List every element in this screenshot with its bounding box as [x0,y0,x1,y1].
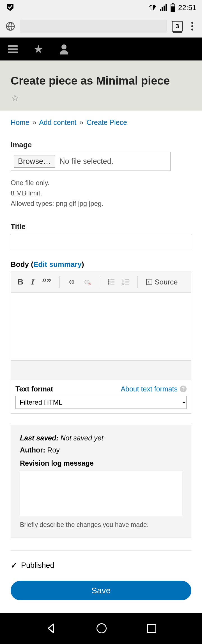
battery-icon [170,3,175,12]
svg-point-15 [108,283,109,285]
breadcrumb-home[interactable]: Home [11,118,29,126]
edit-summary-link[interactable]: Edit summary [33,260,82,269]
author-value: Roy [47,446,59,454]
about-text-formats-label: About text formats [121,385,178,393]
toolbar-separator [99,276,99,288]
toolbar-separator [59,276,60,288]
save-button[interactable]: Save [11,581,191,600]
text-format-row: Text format About text formats ? [11,380,191,396]
svg-point-14 [108,281,109,283]
check-icon: ✓ [11,561,17,570]
help-icon: ? [180,386,187,392]
title-input[interactable] [11,234,191,249]
cell-signal-icon [160,4,167,11]
title-field-label: Title [11,222,191,231]
numbered-list-button[interactable]: 123 [121,279,131,285]
breadcrumb-sep: » [80,118,84,126]
android-status-bar: 22:51 [0,0,202,15]
hamburger-icon[interactable] [8,45,18,53]
constraint-line: 8 MB limit. [11,188,191,198]
body-field-label: Body (Edit summary) [11,260,191,269]
bulleted-list-button[interactable] [106,279,116,285]
address-bar[interactable] [20,20,167,33]
last-saved-key: Last saved: [20,434,59,442]
back-button[interactable] [46,623,56,633]
bold-button[interactable]: B [16,277,25,286]
last-saved-value: Not saved yet [61,434,104,442]
star-icon[interactable]: ★ [33,43,43,55]
editor-toolbar: B I ”” 123 Source [11,272,191,293]
svg-rect-3 [166,4,167,11]
favorite-star-icon[interactable]: ☆ [11,92,19,103]
globe-icon[interactable] [6,22,15,31]
source-button-label: Source [155,278,178,286]
breadcrumb-create-piece[interactable]: Create Piece [86,118,127,126]
italic-button[interactable]: I [29,277,36,286]
wifi-icon [148,4,157,11]
author-key: Author: [20,446,45,454]
main-content: Home » Add content » Create Piece Image … [0,111,202,614]
revision-log-label: Revision log message [20,459,182,467]
upload-constraints: One file only. 8 MB limit. Allowed types… [11,178,191,209]
published-label: Published [21,561,54,570]
svg-rect-6 [171,6,175,12]
unlink-button[interactable] [82,279,92,285]
page-title: Create piece as Minimal piece [11,74,191,87]
page-header: Create piece as Minimal piece ☆ [0,60,202,111]
body-label-prefix: Body ( [11,260,33,269]
svg-text:3: 3 [122,283,124,285]
app-top-bar: ★ [0,38,202,60]
svg-rect-0 [160,9,161,11]
browser-chrome: 3 [0,15,202,38]
breadcrumb-sep: » [33,118,36,126]
svg-point-10 [61,45,66,50]
recents-button[interactable] [147,624,156,633]
body-textarea[interactable] [11,293,191,360]
svg-rect-2 [164,6,165,11]
file-status-text: No file selected. [59,157,113,166]
link-button[interactable] [66,279,77,285]
constraint-line: Allowed types: png gif jpg jpeg. [11,198,191,209]
tab-count-button[interactable]: 3 [172,21,183,32]
browser-menu-icon[interactable] [188,21,196,32]
blockquote-button[interactable]: ”” [40,277,53,287]
toolbar-separator [137,276,138,288]
revision-info-box: Last saved: Not saved yet Author: Roy Re… [11,425,191,538]
app-badge-icon [6,3,15,12]
editor-status-bar [11,360,191,380]
image-field-label: Image [11,141,191,149]
source-button[interactable]: Source [144,278,179,286]
revision-log-textarea[interactable] [20,471,182,516]
revision-log-help: Briefly describe the changes you have ma… [20,521,182,529]
text-format-select[interactable]: Filtered HTML [15,396,187,409]
android-nav-bar [0,613,202,644]
breadcrumb-add-content[interactable]: Add content [39,118,76,126]
browse-button[interactable]: Browse… [14,155,55,168]
about-text-formats-link[interactable]: About text formats ? [121,385,187,393]
status-time: 22:51 [178,3,196,12]
constraint-line: One file only. [11,178,191,188]
svg-point-13 [108,279,109,281]
body-editor: B I ”” 123 Source [11,272,191,414]
body-label-suffix: ) [82,260,84,269]
published-checkbox-row[interactable]: ✓ Published [11,561,191,570]
home-button[interactable] [97,623,107,633]
svg-rect-1 [162,7,163,11]
image-file-input[interactable]: Browse… No file selected. [11,152,171,171]
text-format-label: Text format [15,385,53,393]
user-icon[interactable] [59,43,69,55]
tab-count-value: 3 [176,23,179,30]
breadcrumb: Home » Add content » Create Piece [11,118,191,127]
divider [11,550,191,551]
